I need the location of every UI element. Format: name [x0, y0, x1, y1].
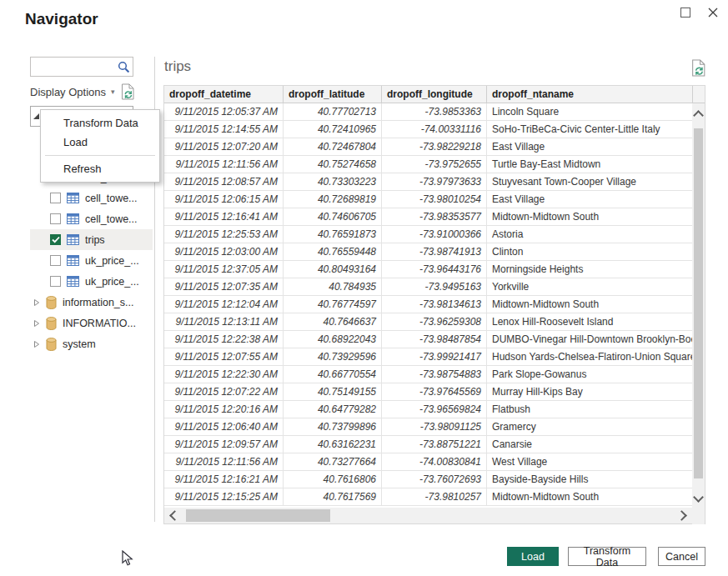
search-input[interactable] — [31, 61, 118, 73]
table-cell: Park Slope-Gowanus — [487, 366, 693, 383]
navigator-dialog: Navigator Display Options ▾ — [0, 0, 728, 576]
search-box — [30, 57, 133, 77]
table-icon — [67, 276, 79, 287]
table-cell: 40.74606705 — [284, 208, 382, 226]
checkbox-unchecked[interactable] — [50, 213, 61, 224]
table-cell: 40.784935 — [284, 278, 382, 296]
table-cell: DUMBO-Vinegar Hill-Downtown Brooklyn-Boe… — [487, 331, 693, 348]
table-cell: -73.98229218 — [382, 138, 487, 156]
menu-separator — [45, 155, 155, 156]
table-row: 9/11/2015 12:03:00 AM40.76559448-73.9874… — [164, 243, 705, 261]
tree-item-uk-price[interactable]: uk_price_... — [30, 271, 153, 292]
tree-item-trips[interactable]: trips — [30, 229, 153, 250]
table-row: 9/11/2015 12:07:20 AM40.72467804-73.9822… — [164, 138, 705, 156]
close-button[interactable] — [705, 4, 721, 21]
collapse-arrow-icon[interactable] — [33, 113, 40, 120]
checkbox-unchecked[interactable] — [50, 276, 61, 287]
display-options-row: Display Options ▾ — [30, 82, 135, 102]
display-options-dropdown[interactable]: Display Options ▾ — [30, 86, 115, 98]
table-cell: 9/11/2015 12:03:00 AM — [164, 243, 284, 261]
vertical-scrollbar-thumb[interactable] — [694, 128, 703, 478]
table-cell: 9/11/2015 12:06:40 AM — [164, 418, 284, 436]
table-cell: Midtown-Midtown South — [487, 488, 693, 506]
vertical-scrollbar[interactable] — [692, 103, 705, 524]
database-icon — [46, 338, 57, 351]
expand-arrow-icon[interactable] — [33, 298, 40, 307]
menu-item-load[interactable]: Load — [41, 133, 159, 152]
table-row: 9/11/2015 12:06:40 AM40.73799896-73.9809… — [164, 418, 705, 436]
display-options-label: Display Options — [30, 86, 106, 98]
table-row: 9/11/2015 12:15:25 AM40.7617569-73.98102… — [164, 488, 705, 506]
cancel-button[interactable]: Cancel — [658, 547, 705, 566]
tree-item-cell-towe[interactable]: cell_towe... — [30, 208, 153, 229]
expand-arrow-icon[interactable] — [33, 319, 40, 328]
tree-item-system[interactable]: system — [30, 333, 153, 354]
menu-item-transform-data[interactable]: Transform Data — [41, 113, 159, 133]
table-icon — [67, 193, 79, 203]
maximize-button[interactable] — [677, 4, 694, 21]
table-row: 9/11/2015 12:07:35 AM40.784935-73.949516… — [164, 278, 705, 296]
checkbox-checked[interactable] — [50, 234, 61, 245]
table-cell: 9/11/2015 12:37:05 AM — [164, 261, 284, 278]
tree-item-cell-towe[interactable]: cell_towe... — [30, 188, 153, 208]
checkbox-unchecked[interactable] — [50, 255, 61, 266]
load-button[interactable]: Load — [507, 547, 559, 566]
scroll-up-icon[interactable] — [693, 110, 704, 121]
table-cell: 9/11/2015 12:22:30 AM — [164, 366, 284, 383]
table-cell: Gramercy — [487, 418, 693, 436]
table-icon — [67, 234, 79, 245]
table-cell: Hudson Yards-Chelsea-Flatiron-Union Squa… — [487, 348, 693, 366]
tree-item-informatio[interactable]: INFORMATIO... — [30, 313, 153, 333]
scroll-left-icon[interactable] — [169, 510, 180, 521]
refresh-preview-button-sidebar[interactable] — [121, 83, 135, 100]
table-cell: -73.9495163 — [382, 278, 487, 296]
scroll-right-icon[interactable] — [676, 510, 687, 521]
table-cell: -73.98487854 — [382, 331, 487, 348]
table-cell: 40.73929596 — [284, 348, 382, 366]
checkbox-unchecked[interactable] — [50, 193, 61, 203]
refresh-document-icon — [121, 83, 135, 100]
table-cell: 9/11/2015 12:15:25 AM — [164, 488, 284, 506]
column-header-dropoff-ntaname: dropoff_ntaname — [487, 86, 693, 103]
table-cell: West Village — [487, 453, 693, 471]
table-row: 9/11/2015 12:13:11 AM40.7646637-73.96259… — [164, 313, 705, 331]
horizontal-scrollbar[interactable] — [164, 508, 692, 523]
scroll-down-icon[interactable] — [693, 492, 704, 503]
table-cell: 9/11/2015 12:09:57 AM — [164, 436, 284, 453]
table-icon — [67, 255, 79, 266]
tree-item-information-s[interactable]: information_s... — [30, 292, 153, 313]
table-cell: 40.66770554 — [284, 366, 382, 383]
refresh-document-icon — [691, 59, 706, 77]
menu-item-refresh[interactable]: Refresh — [41, 159, 159, 178]
refresh-preview-button[interactable] — [691, 59, 706, 77]
table-row: 9/11/2015 12:12:04 AM40.76774597-73.9813… — [164, 296, 705, 313]
table-cell: East Village — [487, 191, 693, 208]
table-cell: 9/11/2015 12:20:16 AM — [164, 401, 284, 418]
table-cell: -73.96443176 — [382, 261, 487, 278]
expand-arrow-icon[interactable] — [33, 340, 40, 348]
table-icon — [67, 213, 79, 224]
table-cell: Clinton — [487, 243, 693, 261]
context-menu: Transform DataLoadRefresh — [40, 109, 160, 183]
table-cell: Morningside Heights — [487, 261, 693, 278]
chevron-down-icon: ▾ — [111, 88, 115, 96]
column-header-dropoff-longitude: dropoff_longitude — [382, 86, 487, 103]
table-cell: 9/11/2015 12:07:35 AM — [164, 278, 284, 296]
mouse-cursor-icon — [122, 550, 133, 570]
table-cell: -73.97645569 — [382, 383, 487, 401]
tree-item-label: uk_price_... — [85, 255, 139, 267]
database-icon — [46, 296, 57, 309]
window-controls — [677, 4, 721, 21]
tree-item-label: uk_price_... — [85, 276, 139, 288]
table-cell: 40.76591873 — [284, 226, 382, 243]
table-row: 9/11/2015 12:07:55 AM40.73929596-73.9992… — [164, 348, 705, 366]
table-cell: 9/11/2015 12:07:22 AM — [164, 383, 284, 401]
horizontal-scrollbar-thumb[interactable] — [186, 509, 330, 522]
table-cell: 40.73303223 — [284, 173, 382, 191]
table-row: 9/11/2015 12:20:16 AM40.64779282-73.9656… — [164, 401, 705, 418]
transform-data-button[interactable]: Transform Data — [568, 547, 646, 566]
table-cell: Yorkville — [487, 278, 693, 296]
table-cell: -73.98353577 — [382, 208, 487, 226]
table-cell: -73.9853363 — [382, 103, 487, 121]
tree-item-uk-price[interactable]: uk_price_... — [30, 250, 153, 271]
